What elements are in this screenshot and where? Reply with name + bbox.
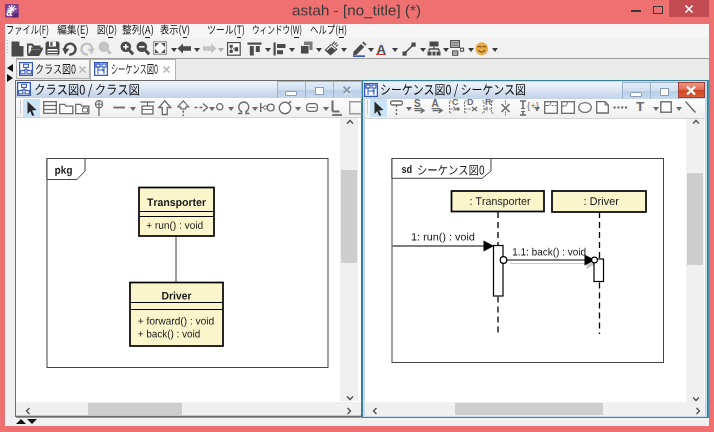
svg-text:a: a	[6, 7, 12, 18]
